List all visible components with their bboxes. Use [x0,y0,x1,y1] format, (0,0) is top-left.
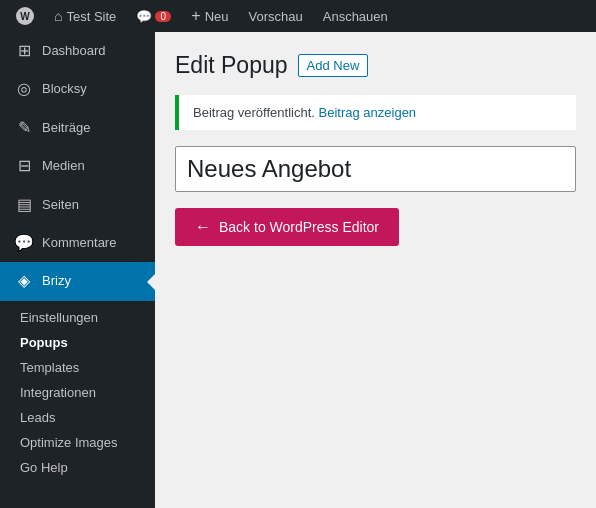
sidebar-item-label: Kommentare [42,234,116,252]
site-name-item[interactable]: ⌂ Test Site [46,0,124,32]
dashboard-icon: ⊞ [14,40,34,62]
home-icon: ⌂ [54,8,62,24]
blocksy-icon: ◎ [14,78,34,100]
preview-label: Vorschau [249,9,303,24]
brizy-submenu: Einstellungen Popups Templates Integrati… [0,301,155,484]
wp-logo-icon: W [16,7,34,25]
post-title-input[interactable] [175,146,576,192]
beitraege-icon: ✎ [14,117,34,139]
view-item[interactable]: Anschauen [315,0,396,32]
sidebar-item-brizy[interactable]: ◈ Brizy [0,262,155,300]
sidebar-item-label: Beiträge [42,119,90,137]
arrow-left-icon: ← [195,218,211,236]
medien-icon: ⊟ [14,155,34,177]
comment-count: 0 [155,11,171,22]
wp-logo-item[interactable]: W [8,0,42,32]
submenu-einstellungen[interactable]: Einstellungen [0,305,155,330]
kommentare-icon: 💬 [14,232,34,254]
sidebar-item-brizy-wrap: ◈ Brizy [0,262,155,300]
new-item[interactable]: + Neu [183,0,236,32]
sidebar-item-label: Seiten [42,196,79,214]
plus-icon: + [191,7,200,25]
submenu-popups[interactable]: Popups [0,330,155,355]
publish-notice: Beitrag veröffentlicht. Beitrag anzeigen [175,95,576,130]
back-to-editor-button[interactable]: ← Back to WordPress Editor [175,208,399,246]
comment-icon: 💬 [136,9,152,24]
submenu-integrationen[interactable]: Integrationen [0,380,155,405]
brizy-icon: ◈ [14,270,34,292]
brizy-arrow-icon [147,274,155,290]
sidebar-item-beitraege[interactable]: ✎ Beiträge [0,109,155,147]
page-header: Edit Popup Add New [175,52,576,79]
content-area: Edit Popup Add New Beitrag veröffentlich… [155,32,596,508]
preview-item[interactable]: Vorschau [241,0,311,32]
view-post-link[interactable]: Beitrag anzeigen [319,105,417,120]
submenu-go-help[interactable]: Go Help [0,455,155,480]
add-new-button[interactable]: Add New [298,54,369,77]
sidebar-item-label: Blocksy [42,80,87,98]
sidebar-item-label: Brizy [42,272,71,290]
sidebar-item-label: Dashboard [42,42,106,60]
sidebar: ⊞ Dashboard ◎ Blocksy ✎ Beiträge ⊟ Medie… [0,32,155,508]
seiten-icon: ▤ [14,194,34,216]
sidebar-item-dashboard[interactable]: ⊞ Dashboard [0,32,155,70]
view-label: Anschauen [323,9,388,24]
main-layout: ⊞ Dashboard ◎ Blocksy ✎ Beiträge ⊟ Medie… [0,32,596,508]
submenu-optimize-images[interactable]: Optimize Images [0,430,155,455]
submenu-leads[interactable]: Leads [0,405,155,430]
sidebar-item-blocksy[interactable]: ◎ Blocksy [0,70,155,108]
sidebar-item-label: Medien [42,157,85,175]
back-editor-label: Back to WordPress Editor [219,219,379,235]
sidebar-item-medien[interactable]: ⊟ Medien [0,147,155,185]
sidebar-item-seiten[interactable]: ▤ Seiten [0,186,155,224]
comments-item[interactable]: 💬 0 [128,0,179,32]
notice-text: Beitrag veröffentlicht. [193,105,315,120]
new-label: Neu [205,9,229,24]
admin-bar: W ⌂ Test Site 💬 0 + Neu Vorschau Anschau… [0,0,596,32]
sidebar-item-kommentare[interactable]: 💬 Kommentare [0,224,155,262]
site-name: Test Site [66,9,116,24]
submenu-templates[interactable]: Templates [0,355,155,380]
page-title: Edit Popup [175,52,288,79]
